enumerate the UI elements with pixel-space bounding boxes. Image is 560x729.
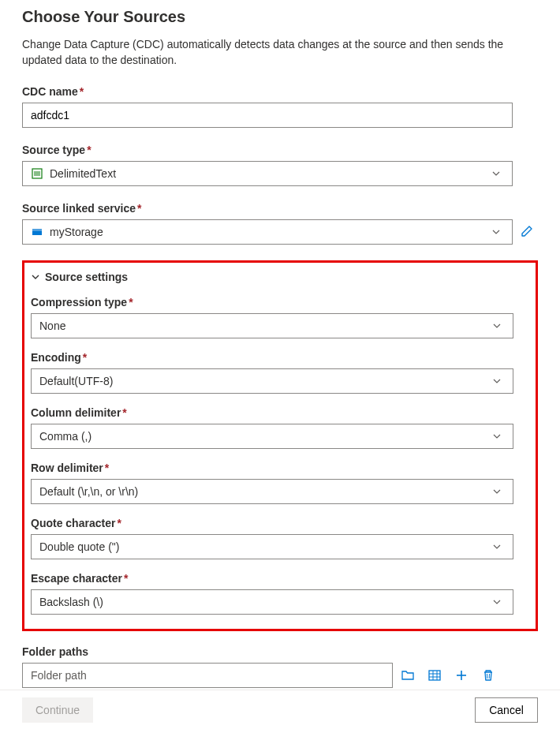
source-settings-title: Source settings bbox=[45, 271, 128, 283]
chevron-down-icon bbox=[489, 321, 505, 331]
source-settings-toggle[interactable]: Source settings bbox=[31, 271, 529, 283]
escape-character-dropdown[interactable]: Backslash (\) bbox=[31, 589, 513, 615]
quote-character-value: Double quote (") bbox=[39, 540, 489, 553]
source-settings-highlight: Source settings Compression type* None E… bbox=[22, 260, 538, 631]
quote-character-dropdown[interactable]: Double quote (") bbox=[31, 534, 513, 559]
source-type-label: Source type* bbox=[22, 144, 538, 156]
cancel-button[interactable]: Cancel bbox=[475, 697, 538, 723]
source-linked-service-label: Source linked service* bbox=[22, 202, 538, 215]
column-delimiter-dropdown[interactable]: Comma (,) bbox=[31, 424, 513, 449]
row-delimiter-label: Row delimiter* bbox=[31, 462, 529, 474]
source-type-value: DelimitedText bbox=[50, 167, 488, 180]
chevron-down-icon bbox=[489, 432, 505, 441]
column-delimiter-label: Column delimiter* bbox=[31, 406, 529, 419]
chevron-down-icon bbox=[489, 487, 505, 496]
escape-character-value: Backslash (\) bbox=[39, 596, 489, 608]
storage-icon bbox=[31, 226, 43, 238]
compression-type-label: Compression type* bbox=[31, 296, 529, 308]
quote-character-label: Quote character* bbox=[31, 517, 529, 529]
delete-folder-button[interactable] bbox=[476, 663, 500, 688]
escape-character-label: Escape character* bbox=[31, 572, 529, 585]
encoding-label: Encoding* bbox=[31, 351, 529, 364]
row-delimiter-value: Default (\r,\n, or \r\n) bbox=[39, 485, 489, 498]
svg-rect-6 bbox=[429, 671, 440, 680]
cdc-name-input[interactable] bbox=[22, 103, 513, 128]
continue-button[interactable]: Continue bbox=[22, 697, 93, 723]
folder-path-input[interactable] bbox=[22, 663, 393, 688]
source-linked-service-dropdown[interactable]: myStorage bbox=[22, 219, 513, 245]
chevron-down-icon bbox=[488, 169, 504, 178]
folder-paths-label: Folder paths bbox=[22, 645, 538, 658]
row-delimiter-dropdown[interactable]: Default (\r,\n, or \r\n) bbox=[31, 479, 513, 504]
footer-bar: Continue Cancel bbox=[0, 690, 560, 729]
page-description: Change Data Capture (CDC) automatically … bbox=[22, 37, 538, 68]
compression-type-dropdown[interactable]: None bbox=[31, 313, 513, 338]
column-delimiter-value: Comma (,) bbox=[39, 430, 489, 443]
add-folder-button[interactable] bbox=[450, 663, 473, 688]
encoding-value: Default(UTF-8) bbox=[39, 375, 489, 387]
browse-folder-button[interactable] bbox=[396, 663, 420, 688]
chevron-down-icon bbox=[489, 376, 505, 386]
encoding-dropdown[interactable]: Default(UTF-8) bbox=[31, 368, 513, 394]
source-type-dropdown[interactable]: DelimitedText bbox=[22, 161, 513, 186]
delimited-text-icon bbox=[31, 167, 43, 180]
cdc-name-label: CDC name* bbox=[22, 85, 538, 98]
compression-type-value: None bbox=[39, 320, 489, 332]
edit-linked-service-button[interactable] bbox=[521, 225, 533, 240]
chevron-down-icon bbox=[488, 227, 504, 237]
chevron-down-icon bbox=[489, 542, 505, 551]
page-title: Choose Your Sources bbox=[22, 8, 538, 26]
svg-rect-5 bbox=[32, 229, 42, 231]
chevron-down-icon bbox=[489, 597, 505, 607]
preview-data-button[interactable] bbox=[423, 663, 446, 688]
chevron-down-icon bbox=[31, 272, 40, 282]
source-linked-service-value: myStorage bbox=[50, 226, 488, 238]
form-scroll-area[interactable]: Choose Your Sources Change Data Capture … bbox=[0, 0, 560, 690]
